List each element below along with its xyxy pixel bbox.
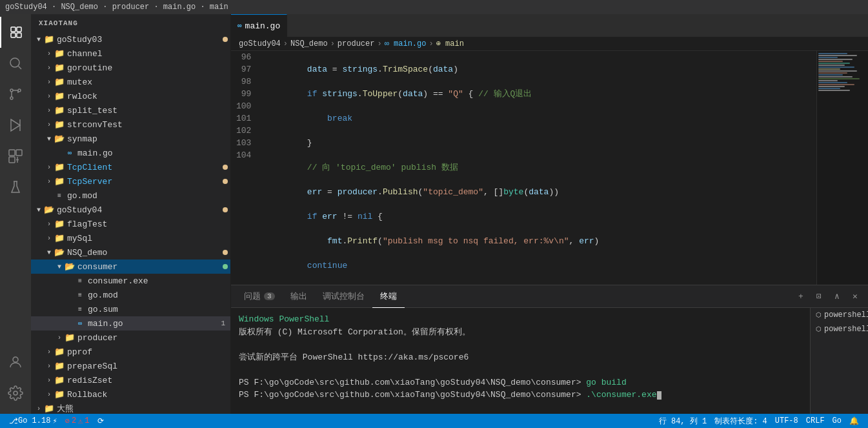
- status-line-label: 行 84, 列 1: [659, 416, 707, 427]
- tree-label: rwlock: [67, 92, 230, 101]
- status-line[interactable]: 行 84, 列 1: [655, 414, 711, 428]
- svg-point-6: [10, 89, 13, 92]
- tree-item-mySql[interactable]: › 📁 mySql: [31, 231, 230, 245]
- tree-item-redisZset[interactable]: › 📁 redisZset: [31, 373, 230, 387]
- activity-item-extensions[interactable]: [0, 141, 31, 172]
- tree-item-daxiong[interactable]: › 📁 大熊: [31, 402, 230, 414]
- terminal-list-item-1[interactable]: ⬡ powershell: [811, 308, 868, 322]
- tree-label: split_test: [67, 106, 230, 116]
- mod-file-icon: ≡: [54, 190, 65, 201]
- breadcrumb-part-3[interactable]: producer: [338, 39, 375, 48]
- panel-tab-debug[interactable]: 调试控制台: [315, 285, 372, 308]
- chevron-right-icon: ›: [44, 375, 54, 385]
- warn-count: 1: [85, 416, 89, 425]
- status-sync[interactable]: ⟳: [94, 414, 108, 428]
- activity-item-account[interactable]: [0, 347, 31, 378]
- status-line-ending[interactable]: CRLF: [802, 414, 829, 428]
- code-line-96: data = strings.TrimSpace(data): [267, 63, 816, 76]
- tree-item-flagTest[interactable]: › 📁 flagTest: [31, 217, 230, 231]
- status-tab-size[interactable]: 制表符长度: 4: [711, 414, 771, 428]
- activity-item-search[interactable]: [0, 48, 31, 79]
- spacer: [65, 290, 75, 300]
- tree-label: main.go: [88, 319, 221, 329]
- code-content[interactable]: 96 97 98 99 100 101 102 103 104 data = s…: [231, 51, 868, 285]
- panel-tab-terminal[interactable]: 终端: [372, 285, 405, 308]
- panel-tab-output[interactable]: 输出: [283, 285, 315, 308]
- svg-rect-3: [17, 33, 21, 37]
- chevron-right-icon: ›: [44, 48, 54, 59]
- code-line-101: err = producer.Publish("topic_demo", []b…: [267, 186, 816, 198]
- folder-icon: 📁: [54, 347, 65, 357]
- tree-item-main-go[interactable]: ∞ main.go 1: [31, 316, 230, 331]
- spacer: [65, 318, 75, 329]
- status-language[interactable]: Go: [829, 414, 845, 428]
- tree-label: goStudy03: [57, 35, 223, 45]
- tree-item-goStudy03[interactable]: ▼ 📁 goStudy03: [31, 32, 230, 46]
- activity-item-run[interactable]: [0, 110, 31, 141]
- status-branch[interactable]: ⎇ Go 1.18 ⚡: [5, 414, 61, 428]
- tree-item-goStudy04[interactable]: ▼ 📂 goStudy04: [31, 203, 230, 217]
- folder-icon: 📁: [65, 332, 75, 343]
- tree-item-producer[interactable]: › 📁 producer: [31, 331, 230, 345]
- terminal-list-item-2[interactable]: ⬡ powershell: [811, 322, 868, 336]
- breadcrumb-part-1[interactable]: goStudy04: [239, 39, 281, 48]
- tree-item-strconvTest[interactable]: › 📁 strconvTest: [31, 117, 230, 132]
- folder-icon: 📁: [54, 219, 65, 229]
- sidebar-content[interactable]: ▼ 📁 goStudy03 › 📁 channel › 📁 goroutine …: [31, 32, 230, 414]
- tree-item-synmap[interactable]: ▼ 📂 synmap: [31, 132, 230, 146]
- activity-item-source-control[interactable]: [0, 79, 31, 110]
- panel-maximize-button[interactable]: ∧: [829, 289, 845, 304]
- panel-tab-problems[interactable]: 问题 3: [236, 285, 283, 308]
- tree-item-rwlock[interactable]: › 📁 rwlock: [31, 89, 230, 103]
- panel-close-button[interactable]: ✕: [847, 289, 863, 304]
- tree-item-mutex[interactable]: › 📁 mutex: [31, 75, 230, 89]
- tree-item-TcpClient[interactable]: › 📁 TcpClient: [31, 160, 230, 174]
- panel-tabs: 问题 3 输出 调试控制台 终端 + ⊡ ∧: [231, 285, 868, 308]
- terminal-line-1: Windows PowerShell: [239, 313, 802, 326]
- tree-item-synmap-main[interactable]: ∞ main.go: [31, 146, 230, 160]
- status-notifications[interactable]: 🔔: [845, 414, 863, 428]
- tree-item-goroutine[interactable]: › 📁 goroutine: [31, 61, 230, 75]
- tree-label: goroutine: [67, 63, 230, 73]
- chevron-right-icon: ›: [44, 63, 54, 73]
- status-dot: [223, 165, 228, 170]
- tree-label: strconvTest: [67, 120, 230, 130]
- breadcrumb-part-5[interactable]: ⊕ main: [436, 39, 464, 48]
- tree-item-TcpServer[interactable]: › 📁 TcpServer: [31, 174, 230, 189]
- tree-item-go-sum[interactable]: ≡ go.sum: [31, 302, 230, 316]
- tree-item-split-test[interactable]: › 📁 split_test: [31, 103, 230, 117]
- activity-item-flask[interactable]: [0, 172, 31, 203]
- activity-item-explorer[interactable]: [0, 17, 31, 48]
- panel-add-terminal-button[interactable]: +: [793, 289, 809, 304]
- panel-badge: 3: [264, 292, 275, 300]
- activity-item-settings[interactable]: [0, 378, 31, 409]
- tree-label: flagTest: [67, 219, 230, 229]
- tree-label: Rollback: [67, 390, 230, 400]
- tab-main-go[interactable]: ∞ main.go: [231, 14, 287, 37]
- spacer: [44, 190, 54, 201]
- tree-item-consumer[interactable]: ▼ 📂 consumer: [31, 260, 230, 274]
- terminal-content[interactable]: Windows PowerShell 版权所有 (C) Microsoft Co…: [231, 308, 810, 414]
- terminal-line-3: [239, 338, 802, 351]
- tree-item-channel[interactable]: › 📁 channel: [31, 46, 230, 61]
- terminal-line-7: PS F:\go\goCode\src\github.com\xiaoTang\…: [239, 389, 802, 402]
- code-lines[interactable]: data = strings.TrimSpace(data) if string…: [261, 51, 816, 285]
- minimap-lines: [817, 51, 868, 93]
- tree-item-pprof[interactable]: › 📁 pprof: [31, 345, 230, 359]
- tree-item-prepareSql[interactable]: › 📁 prepareSql: [31, 359, 230, 373]
- terminal-line-5: [239, 363, 802, 376]
- tree-item-NSQ-demo[interactable]: ▼ 📂 NSQ_demo: [31, 245, 230, 260]
- panel-split-button[interactable]: ⊡: [811, 289, 827, 304]
- chevron-right-icon: ›: [44, 361, 54, 371]
- breadcrumb-part-4[interactable]: ∞ main.go: [385, 39, 427, 48]
- status-errors[interactable]: ⊘ 2 ⚠ 1: [61, 414, 94, 428]
- tree-item-consumer-exe[interactable]: ≡ consumer.exe: [31, 274, 230, 288]
- chevron-right-icon: ›: [44, 176, 54, 187]
- status-encoding[interactable]: UTF-8: [771, 414, 802, 428]
- tree-item-go-mod-study03[interactable]: ≡ go.mod: [31, 189, 230, 203]
- tree-label: go.mod: [67, 191, 230, 201]
- tree-item-go-mod-consumer[interactable]: ≡ go.mod: [31, 288, 230, 302]
- tree-item-Rollback[interactable]: › 📁 Rollback: [31, 387, 230, 402]
- svg-rect-11: [9, 150, 15, 156]
- breadcrumb-part-2[interactable]: NSQ_demo: [290, 39, 328, 48]
